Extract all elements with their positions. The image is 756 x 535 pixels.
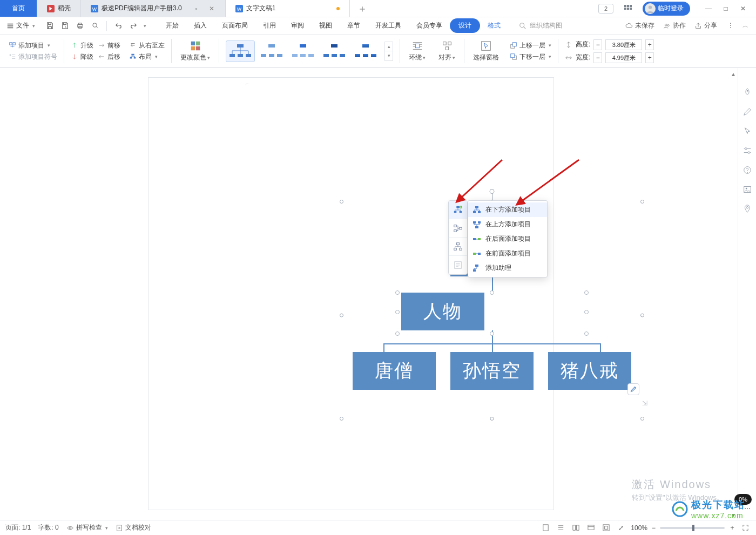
rtab-member[interactable]: 会员专享 bbox=[409, 18, 450, 33]
inner-handle[interactable] bbox=[490, 290, 494, 295]
rtab-dev[interactable]: 开发工具 bbox=[368, 18, 409, 33]
rtab-insert[interactable]: 插入 bbox=[186, 18, 214, 33]
width-inc[interactable]: + bbox=[645, 52, 654, 63]
fullscreen-icon[interactable] bbox=[740, 523, 751, 533]
rtab-chapter[interactable]: 章节 bbox=[340, 18, 368, 33]
qat-undo-icon[interactable] bbox=[112, 20, 124, 32]
float-layout-tree[interactable] bbox=[449, 238, 467, 256]
zoom-slider[interactable] bbox=[660, 527, 725, 529]
height-field[interactable]: 3.80厘米 bbox=[605, 39, 642, 50]
scroll-up-icon[interactable]: ▴ bbox=[730, 70, 737, 78]
promote-button[interactable]: 升级 bbox=[71, 41, 93, 50]
mi-add-before[interactable]: 在前面添加项目 bbox=[468, 246, 547, 261]
rtl-button[interactable]: 从右至左 bbox=[129, 41, 165, 50]
float-text-style[interactable] bbox=[449, 256, 467, 274]
qat-print-icon[interactable] bbox=[74, 20, 86, 32]
inner-handle[interactable] bbox=[395, 310, 400, 314]
qat-saveas-icon[interactable] bbox=[59, 20, 71, 32]
window-maximize[interactable]: □ bbox=[718, 1, 733, 16]
view-read-icon[interactable] bbox=[570, 523, 581, 533]
tab-doc1[interactable]: W 文字文稿1 bbox=[226, 0, 350, 17]
inner-handle[interactable] bbox=[395, 331, 400, 336]
add-item-button[interactable]: 添加项目▾ bbox=[9, 41, 57, 50]
down-layer-button[interactable]: 下移一层▾ bbox=[510, 52, 551, 62]
layout-style-4[interactable] bbox=[320, 40, 349, 62]
tab-pdf-close[interactable]: ✕ bbox=[208, 5, 215, 12]
mi-add-after[interactable]: 在后面添加项目 bbox=[468, 232, 547, 246]
ribbon-search[interactable]: 组织结构图 bbox=[519, 21, 562, 30]
up-layer-button[interactable]: 上移一层▾ bbox=[510, 41, 551, 50]
inner-handle[interactable] bbox=[395, 290, 400, 295]
rtab-ref[interactable]: 引用 bbox=[255, 18, 284, 33]
zoom-in[interactable]: ＋ bbox=[729, 523, 735, 532]
settings-sliders-icon[interactable] bbox=[741, 145, 753, 157]
node-leaf-3[interactable]: 猪八戒 bbox=[548, 352, 631, 390]
tab-new[interactable]: ＋ bbox=[350, 0, 375, 17]
zoom-out[interactable]: − bbox=[652, 524, 656, 532]
view-web-icon[interactable] bbox=[585, 523, 596, 533]
workspace-badge-icon[interactable]: 2 bbox=[598, 4, 613, 13]
window-close[interactable]: ✕ bbox=[735, 1, 751, 16]
rtab-format[interactable]: 格式 bbox=[480, 18, 508, 33]
status-spellcheck[interactable]: 拼写检查▾ bbox=[66, 523, 108, 532]
layout-style-2[interactable] bbox=[257, 40, 286, 62]
layout-style-5[interactable] bbox=[351, 40, 380, 62]
window-minimize[interactable]: ― bbox=[701, 1, 716, 16]
wrap-button[interactable]: 环绕▾ bbox=[407, 40, 428, 62]
qat-more-icon[interactable]: ▾ bbox=[144, 23, 146, 29]
tab-pdfmanual[interactable]: W 极速PDF编辑器用户手册3.0 ▫ ✕ bbox=[81, 0, 226, 17]
inner-handle[interactable] bbox=[584, 290, 589, 295]
layout-style-3[interactable] bbox=[288, 40, 318, 62]
unsaved-button[interactable]: 未保存 bbox=[625, 21, 654, 30]
status-proof[interactable]: 文档校对 bbox=[116, 523, 151, 532]
inner-handle[interactable] bbox=[584, 310, 589, 314]
edit-node-icon[interactable] bbox=[627, 383, 639, 395]
tab-home[interactable]: 首页 bbox=[0, 0, 37, 17]
view-focus-icon[interactable] bbox=[600, 523, 611, 533]
sel-pane-button[interactable]: 选择窗格 bbox=[471, 40, 501, 62]
qat-redo-icon[interactable] bbox=[127, 20, 139, 32]
demote-button[interactable]: 降级 bbox=[71, 52, 93, 62]
qat-preview-icon[interactable] bbox=[89, 20, 101, 32]
vertical-scrollbar[interactable]: ▴ ▾ bbox=[730, 70, 737, 519]
rtab-page[interactable]: 页面布局 bbox=[214, 18, 255, 33]
width-field[interactable]: 4.99厘米 bbox=[605, 52, 642, 63]
cursor-icon[interactable] bbox=[741, 125, 753, 137]
login-button[interactable]: 临时登录 bbox=[643, 2, 690, 16]
width-dec[interactable]: − bbox=[593, 52, 602, 63]
status-page[interactable]: 页面: 1/1 bbox=[5, 523, 31, 532]
file-menu[interactable]: 文件 ▾ bbox=[3, 19, 38, 32]
change-color-button[interactable]: 更改颜色▾ bbox=[178, 40, 212, 62]
status-words[interactable]: 字数: 0 bbox=[38, 523, 58, 532]
image-tool-icon[interactable] bbox=[741, 184, 753, 195]
node-level2[interactable]: 人物 bbox=[401, 293, 484, 330]
zoom-fit-icon[interactable]: ⤢ bbox=[616, 523, 626, 533]
height-dec[interactable]: − bbox=[593, 39, 602, 50]
rtab-view[interactable]: 视图 bbox=[312, 18, 340, 33]
help-icon[interactable] bbox=[741, 164, 753, 176]
pencil-icon[interactable] bbox=[741, 106, 753, 118]
zoom-value[interactable]: 100% bbox=[631, 524, 647, 532]
layout-style-1[interactable] bbox=[226, 40, 255, 62]
rtab-review[interactable]: 审阅 bbox=[284, 18, 312, 33]
inner-handle[interactable] bbox=[584, 331, 589, 336]
rtab-design[interactable]: 设计 bbox=[450, 18, 480, 33]
qat-save-icon[interactable] bbox=[44, 20, 56, 32]
rtab-start[interactable]: 开始 bbox=[158, 18, 186, 33]
document-page[interactable]: ⌐ bbox=[148, 78, 554, 510]
move-back-button[interactable]: 后移 bbox=[98, 52, 120, 62]
location-icon[interactable] bbox=[741, 203, 753, 215]
gallery-up-icon[interactable]: ▴ bbox=[384, 42, 393, 51]
mi-add-assistant[interactable]: 添加助理 bbox=[468, 261, 547, 275]
inner-handle[interactable] bbox=[490, 331, 494, 336]
add-symbol-button[interactable]: 添加项目符号 bbox=[9, 52, 57, 62]
float-layout-horizontal[interactable] bbox=[449, 219, 467, 238]
grid-apps-icon[interactable] bbox=[621, 2, 635, 16]
view-outline-icon[interactable] bbox=[555, 523, 566, 533]
coop-button[interactable]: 协作 bbox=[663, 21, 686, 30]
node-leaf-2[interactable]: 孙悟空 bbox=[450, 352, 534, 390]
mi-add-above[interactable]: 在上方添加项目 bbox=[468, 217, 547, 232]
view-page-icon[interactable] bbox=[540, 523, 551, 533]
node-leaf-1[interactable]: 唐僧 bbox=[353, 352, 436, 390]
resize-corner-icon[interactable]: ⇲ bbox=[642, 399, 647, 407]
